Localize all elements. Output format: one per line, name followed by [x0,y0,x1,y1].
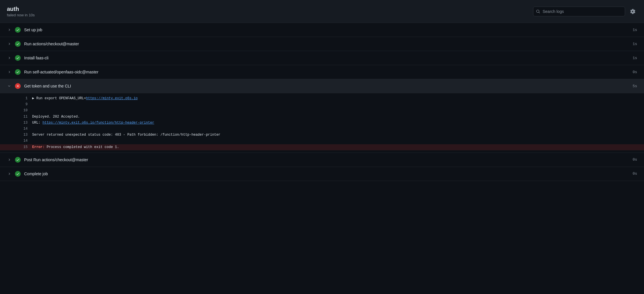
step-label: Run self-actuated/openfaas-oidc@master [24,70,99,74]
page-title: auth [7,6,35,12]
chevron-right-icon [7,172,11,176]
log-line-number: 13 [17,120,28,126]
step-duration: 5s [633,84,637,88]
log-line: 13 URL: https://minty.exit.o6s.io/functi… [0,120,644,126]
step-left: Run actions/checkout@master [7,41,79,47]
log-line-number: 14 [17,126,28,132]
step-duration: 0s [633,172,637,176]
step-duration: 1s [633,56,637,60]
log-line-error: 15 Error: Process completed with exit co… [0,144,644,150]
step-row[interactable]: Set up job 1s [0,23,644,37]
steps-container: Set up job 1s Run actions/checkout@maste… [0,23,644,181]
log-link[interactable]: https://minty.exit.o6s.io/function/http-… [43,121,154,125]
chevron-down-icon [7,84,11,88]
log-area: 1 ▶ Run export OPENFAAS_URL=https://mint… [0,93,644,153]
header-left: auth failed now in 10s [7,6,35,17]
settings-button[interactable] [628,7,637,16]
success-icon [15,55,21,61]
log-line-number: 10 [17,108,28,113]
page-subtitle: failed now in 10s [7,13,35,17]
step-duration: 0s [633,157,637,162]
log-line: 10 [0,108,644,114]
chevron-right-icon [7,158,11,161]
search-icon [536,9,540,13]
step-label: Get token and use the CLI [24,84,71,88]
log-line-number: 15 [17,145,28,150]
log-line-number: 1 [17,96,28,101]
header-right [533,7,637,16]
gear-icon [630,9,635,14]
header: auth failed now in 10s [0,0,644,23]
app-container: auth failed now in 10s [0,0,644,294]
error-keyword: Error: [32,145,45,149]
step-row[interactable]: Run self-actuated/openfaas-oidc@master 0… [0,65,644,79]
success-icon [15,69,21,75]
step-left: Complete job [7,171,48,177]
step-left: Run self-actuated/openfaas-oidc@master [7,69,99,75]
step-row[interactable]: Install faas-cli 1s [0,51,644,65]
step-label: Install faas-cli [24,56,49,60]
step-row-expanded[interactable]: Get token and use the CLI 5s [0,79,644,93]
log-line-content: ▶ Run export OPENFAAS_URL=https://minty.… [32,96,138,101]
log-line: 9 [0,102,644,108]
log-line-number: 11 [17,114,28,120]
chevron-right-icon [7,28,11,32]
step-left: Install faas-cli [7,55,49,61]
log-line-content: Server returned unexpected status code: … [32,132,220,138]
chevron-right-icon [7,70,11,74]
chevron-right-icon [7,42,11,46]
log-line: 13 Server returned unexpected status cod… [0,132,644,138]
step-left: Get token and use the CLI [7,83,71,89]
log-line-content: Deployed. 202 Accepted. [32,114,80,120]
search-container [533,7,625,16]
step-duration: 1s [633,42,637,46]
log-line: 14 [0,126,644,132]
chevron-right-icon [7,56,11,60]
log-line: 14 [0,138,644,144]
success-icon [15,41,21,47]
log-line-content: Error: Process completed with exit code … [32,145,119,150]
log-line-number: 9 [17,102,28,107]
step-label: Run actions/checkout@master [24,42,79,46]
step-left: Set up job [7,27,42,33]
step-label: Complete job [24,172,48,176]
log-line: 1 ▶ Run export OPENFAAS_URL=https://mint… [0,96,644,102]
step-row[interactable]: Post Run actions/checkout@master 0s [0,153,644,167]
log-line-content: URL: https://minty.exit.o6s.io/function/… [32,120,154,126]
step-duration: 0s [633,70,637,74]
step-duration: 1s [633,28,637,32]
search-input[interactable] [533,7,625,16]
step-row[interactable]: Complete job 0s [0,167,644,181]
success-icon [15,171,21,177]
log-line: 11 Deployed. 202 Accepted. [0,114,644,120]
step-label: Set up job [24,28,42,32]
log-line-number: 13 [17,132,28,138]
error-icon [15,83,21,89]
step-left: Post Run actions/checkout@master [7,157,88,163]
success-icon [15,157,21,163]
success-icon [15,27,21,33]
log-line-number: 14 [17,138,28,144]
step-label: Post Run actions/checkout@master [24,157,88,162]
step-row[interactable]: Run actions/checkout@master 1s [0,37,644,51]
log-link[interactable]: https://minty.exit.o6s.io [86,96,138,100]
